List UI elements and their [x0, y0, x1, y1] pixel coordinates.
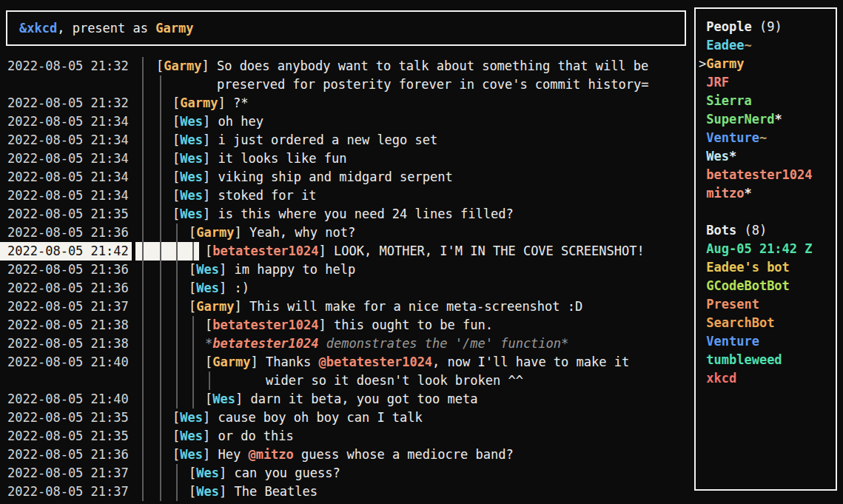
person-item[interactable]: mitzo*: [699, 184, 836, 203]
person-item[interactable]: JRF: [699, 73, 836, 92]
bot-name[interactable]: SearchBot: [706, 315, 774, 330]
chat-line[interactable]: 2022-08-05 21:34[Wes] it looks like fun: [0, 149, 694, 168]
person-name[interactable]: Sierra: [706, 93, 751, 108]
nick[interactable]: Wes: [180, 151, 203, 166]
person-name[interactable]: Garmy: [706, 56, 744, 71]
nick[interactable]: Wes: [196, 280, 219, 295]
person-item[interactable]: Sierra: [699, 92, 836, 110]
chat-message-area[interactable]: 2022-08-05 21:32[Garmy] So does anybody …: [0, 57, 694, 501]
person-name[interactable]: betatester1024: [706, 167, 812, 182]
chat-line[interactable]: 2022-08-05 21:35[Wes] or do this: [0, 427, 694, 446]
message-segment: guess whose a mediocre band?: [294, 447, 514, 462]
nick[interactable]: Garmy: [180, 95, 218, 110]
chat-line[interactable]: 2022-08-05 21:37[Wes] can you guess?: [0, 464, 694, 483]
bracket: [: [172, 410, 180, 425]
person-name[interactable]: SuperNerd: [706, 112, 774, 127]
nick[interactable]: Garmy: [212, 355, 250, 369]
person-name[interactable]: Eadee: [706, 38, 744, 53]
chat-line[interactable]: 2022-08-05 21:34[Wes] viking ship and mi…: [0, 168, 694, 187]
nick[interactable]: Wes: [196, 466, 219, 480]
nick[interactable]: betatester1024: [212, 243, 318, 258]
nick[interactable]: Wes: [212, 392, 235, 406]
marker-gap: [699, 260, 706, 275]
bot-item[interactable]: Eadee's bot: [699, 258, 836, 277]
chat-line[interactable]: 2022-08-05 21:35[Wes] is this where you …: [0, 205, 694, 224]
chat-line[interactable]: 2022-08-05 21:36[Garmy] Yeah, why not?: [0, 224, 694, 242]
chat-line[interactable]: 2022-08-05 21:32[Garmy] ?*: [0, 94, 694, 112]
chat-line[interactable]: preserved for posterity forever in cove'…: [0, 75, 694, 94]
chat-line[interactable]: 2022-08-05 21:34[Wes] stoked for it: [0, 187, 694, 205]
nick[interactable]: Wes: [180, 429, 203, 443]
bot-item[interactable]: Aug-05 21:42 Z: [699, 240, 836, 258]
chat-line[interactable]: 2022-08-05 21:40[Garmy] Thanks @betatest…: [0, 353, 694, 372]
bot-item[interactable]: GCodeBotBot: [699, 277, 836, 295]
chat-line[interactable]: 2022-08-05 21:36[Wes] :): [0, 279, 694, 298]
nick[interactable]: Wes: [196, 262, 219, 277]
nick[interactable]: Wes: [180, 447, 203, 462]
bot-item[interactable]: Venture: [699, 332, 836, 351]
person-name[interactable]: JRF: [706, 75, 729, 90]
bot-name[interactable]: GCodeBotBot: [706, 278, 790, 293]
bot-name[interactable]: Aug-05 21:42 Z: [706, 241, 812, 256]
person-name[interactable]: Venture: [706, 130, 759, 145]
nick[interactable]: Wes: [180, 132, 203, 147]
chat-line[interactable]: 2022-08-05 21:34[Wes] oh hey: [0, 112, 694, 131]
nick[interactable]: Wes: [180, 188, 203, 203]
nick[interactable]: Wes: [180, 206, 203, 221]
bot-item[interactable]: Present: [699, 295, 836, 314]
chat-line[interactable]: wider so it doesn't look broken ^^: [0, 372, 694, 390]
person-item[interactable]: Wes*: [699, 147, 836, 166]
nick[interactable]: Wes: [196, 484, 219, 499]
bracket: ]: [219, 262, 234, 277]
person-item[interactable]: Venture~: [699, 129, 836, 147]
nick[interactable]: Garmy: [164, 58, 201, 73]
bot-name[interactable]: Eadee's bot: [706, 260, 790, 275]
message-segment: viking ship and midgard serpent: [218, 169, 452, 184]
indent-guide: [160, 372, 161, 390]
person-item[interactable]: betatester1024: [699, 166, 836, 184]
indent-guide: [160, 427, 161, 446]
chat-line[interactable]: 2022-08-05 21:37[Wes] The Beatles: [0, 483, 694, 501]
nick[interactable]: betatester1024: [212, 317, 318, 332]
chat-line[interactable]: 2022-08-05 21:36[Wes] Hey @mitzo guess w…: [0, 446, 694, 464]
timestamp: 2022-08-05 21:35: [7, 427, 129, 446]
person-item[interactable]: SuperNerd*: [699, 110, 836, 129]
nick[interactable]: Garmy: [196, 299, 234, 314]
chat-line[interactable]: 2022-08-05 21:34[Wes] i just ordered a n…: [0, 131, 694, 149]
bot-name[interactable]: xkcd: [706, 371, 736, 386]
person-item[interactable]: Eadee~: [699, 36, 836, 55]
chat-line-highlighted[interactable]: 2022-08-05 21:42[betatester1024] LOOK, M…: [0, 242, 694, 261]
nick[interactable]: Garmy: [196, 225, 234, 240]
bot-name[interactable]: tumbleweed: [706, 352, 782, 367]
message-text: [Wes] i just ordered a new lego set: [172, 131, 437, 149]
person-name[interactable]: Wes: [706, 149, 729, 164]
highlight-background: [135, 242, 199, 261]
message-segment: preserved for posterity forever in cove'…: [217, 77, 648, 92]
bots-title: Bots: [706, 223, 736, 238]
timestamp: 2022-08-05 21:36: [7, 279, 129, 298]
chat-line[interactable]: 2022-08-05 21:36[Wes] im happy to help: [0, 261, 694, 279]
person-item[interactable]: >Garmy: [699, 55, 836, 73]
bot-item[interactable]: SearchBot: [699, 314, 836, 332]
timestamp: 2022-08-05 21:38: [7, 335, 129, 353]
bot-name[interactable]: Present: [706, 297, 759, 312]
chat-line[interactable]: 2022-08-05 21:38[betatester1024] this ou…: [0, 316, 694, 335]
chat-line[interactable]: 2022-08-05 21:37[Garmy] This will make f…: [0, 298, 694, 316]
message-text: [Garmy] ?*: [172, 94, 248, 112]
chat-line[interactable]: 2022-08-05 21:40[Wes] darn it beta, you …: [0, 390, 694, 409]
nick[interactable]: Wes: [180, 169, 203, 184]
chat-line[interactable]: 2022-08-05 21:38*betatester1024 demonstr…: [0, 335, 694, 353]
marker-gap: [699, 130, 706, 145]
person-name[interactable]: mitzo: [706, 186, 744, 201]
message-text: [Garmy] This will make for a nice meta-s…: [189, 298, 582, 316]
chat-line[interactable]: 2022-08-05 21:32[Garmy] So does anybody …: [0, 57, 694, 75]
nick[interactable]: Wes: [180, 410, 203, 425]
indent-guide: [176, 353, 178, 372]
bot-item[interactable]: tumbleweed: [699, 351, 836, 369]
bot-item[interactable]: xkcd: [699, 369, 836, 388]
chat-line[interactable]: 2022-08-05 21:35[Wes] cause boy oh boy c…: [0, 409, 694, 427]
indent-guide: [142, 112, 144, 131]
indent-guide: [160, 279, 161, 298]
bot-name[interactable]: Venture: [706, 334, 759, 349]
nick[interactable]: Wes: [180, 114, 203, 129]
